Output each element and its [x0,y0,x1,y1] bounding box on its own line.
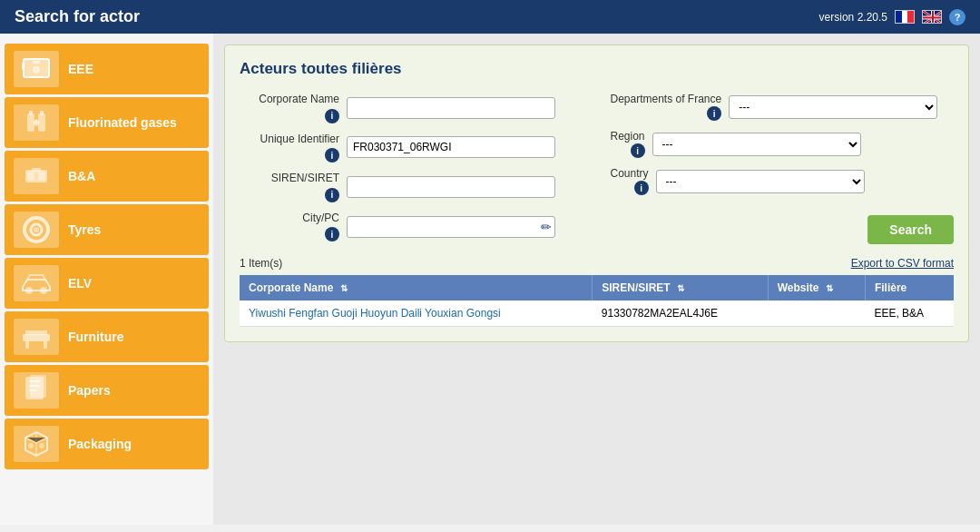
unique-identifier-info-icon[interactable]: i [325,148,339,163]
sidebar-item-fluorinated-gases[interactable]: Fluorinated gases [5,97,209,148]
departments-info-icon[interactable]: i [707,106,721,121]
results-bar: 1 Item(s) Export to CSV format [240,257,954,270]
svg-rect-16 [29,111,33,115]
sidebar-item-eee-label: EEE [68,62,93,76]
region-label-block: Region i [611,130,645,158]
search-btn-row: Search [611,215,955,244]
sidebar-item-elv-label: ELV [68,276,92,291]
sidebar-item-elv[interactable]: ELV [5,258,209,309]
corporate-name-info-icon[interactable]: i [325,109,339,123]
help-icon[interactable]: ? [949,9,965,25]
siren-siret-input[interactable] [347,176,555,198]
results-count: 1 Item(s) [240,257,282,270]
unique-identifier-label: Unique Identifier [240,133,339,147]
svg-point-25 [25,287,33,294]
header-right: version 2.20.5 ? [819,9,965,25]
departments-label: Departments of France [611,93,722,105]
departments-row: Departments of France i --- [611,93,955,121]
country-select[interactable]: --- [656,170,865,193]
sidebar-item-bna[interactable]: B&A [5,151,209,202]
col-siren-siret-label: SIREN/SIRET [602,281,670,294]
sidebar-item-eee[interactable]: EEE [5,44,209,94]
svg-rect-20 [38,172,45,181]
sidebar-item-fluorinated-gases-label: Fluorinated gases [68,115,177,130]
siren-siret-info-icon[interactable]: i [325,188,339,202]
sidebar-item-furniture-label: Furniture [68,330,123,344]
fluorinated-gases-icon [14,104,59,141]
table-body: Yiwushi Fengfan Guoji Huoyun Daili Youxi… [240,300,954,327]
col-corporate-name[interactable]: Corporate Name ⇅ [240,275,593,300]
city-pc-info-icon[interactable]: i [325,227,339,241]
col-filiere[interactable]: Filière [865,275,954,300]
city-pc-label-block: City/PC i [240,212,339,242]
siren-siret-label-block: SIREN/SIRET i [240,172,339,202]
sidebar-item-packaging[interactable]: Packaging [5,419,209,469]
city-pc-input[interactable] [347,216,555,238]
sidebar-item-bna-label: B&A [68,169,95,183]
col-corporate-name-sort-icon[interactable]: ⇅ [340,283,348,293]
results-table: Corporate Name ⇅ SIREN/SIRET ⇅ Website ⇅ [240,275,954,327]
cell-website [768,300,865,327]
region-row: Region i --- [611,130,955,158]
svg-rect-35 [30,375,46,398]
form-right: Departments of France i --- Region i [611,93,955,244]
sidebar-item-tyres[interactable]: Tyres [5,204,209,255]
svg-rect-17 [40,111,44,115]
city-pc-edit-icon[interactable]: ✏ [541,220,552,234]
country-info-icon[interactable]: i [634,181,649,195]
col-website-label: Website [778,281,819,294]
unique-identifier-input[interactable] [347,136,555,158]
bna-icon [14,158,59,194]
export-csv-link[interactable]: Export to CSV format [851,257,954,270]
svg-rect-27 [23,334,50,341]
flag-uk-icon[interactable] [922,10,942,24]
region-select[interactable]: --- [652,133,861,156]
sidebar-item-papers[interactable]: Papers [5,365,209,416]
country-label-block: Country i [611,167,649,195]
col-website-sort-icon[interactable]: ⇅ [826,283,833,293]
unique-identifier-label-block: Unique Identifier i [240,133,339,163]
svg-point-36 [28,443,34,448]
sidebar-item-furniture[interactable]: Furniture [5,311,209,362]
form-grid: Corporate Name i Unique Identifier i [240,93,954,244]
region-label: Region [611,130,645,143]
table-header-row: Corporate Name ⇅ SIREN/SIRET ⇅ Website ⇅ [240,275,954,300]
svg-rect-21 [32,168,41,172]
country-row: Country i --- [611,167,955,195]
elv-icon [14,265,59,301]
departments-label-block: Departments of France i [611,93,722,121]
col-siren-siret-sort-icon[interactable]: ⇅ [677,283,684,293]
svg-rect-11 [22,63,24,70]
svg-rect-29 [25,341,29,349]
corporate-name-label: Corporate Name [240,93,339,107]
corporate-name-input[interactable] [347,97,555,119]
papers-icon [14,372,59,409]
cell-corporate-name: Yiwushi Fengfan Guoji Huoyun Daili Youxi… [240,300,593,327]
search-button[interactable]: Search [867,215,954,244]
svg-point-37 [39,443,44,448]
sidebar-item-papers-label: Papers [68,383,111,398]
sidebar: EEE Fluorinated gases [0,34,213,525]
cell-siren-siret: 91330782MA2EAL4J6E [593,300,768,327]
svg-point-26 [40,287,47,294]
table-header: Corporate Name ⇅ SIREN/SIRET ⇅ Website ⇅ [240,275,954,300]
corporate-name-row: Corporate Name i [240,93,583,123]
col-filiere-label: Filière [875,281,906,294]
col-website[interactable]: Website ⇅ [768,275,865,300]
eee-icon [14,51,59,87]
col-siren-siret[interactable]: SIREN/SIRET ⇅ [593,275,768,300]
form-left: Corporate Name i Unique Identifier i [240,93,583,244]
country-label: Country [611,167,649,180]
svg-point-24 [34,227,39,232]
cell-filiere: EEE, B&A [865,300,954,327]
svg-point-13 [33,66,40,74]
corporate-name-link[interactable]: Yiwushi Fengfan Guoji Huoyun Daili Youxi… [249,307,501,320]
col-corporate-name-label: Corporate Name [249,281,333,294]
flag-fr-icon[interactable] [895,10,915,24]
city-pc-label: City/PC [240,212,339,226]
region-info-icon[interactable]: i [631,143,645,158]
header-bar: Search for actor version 2.20.5 ? [0,0,980,34]
furniture-icon [14,319,59,355]
departments-select[interactable]: --- [729,95,937,119]
siren-siret-row: SIREN/SIRET i [240,172,583,202]
